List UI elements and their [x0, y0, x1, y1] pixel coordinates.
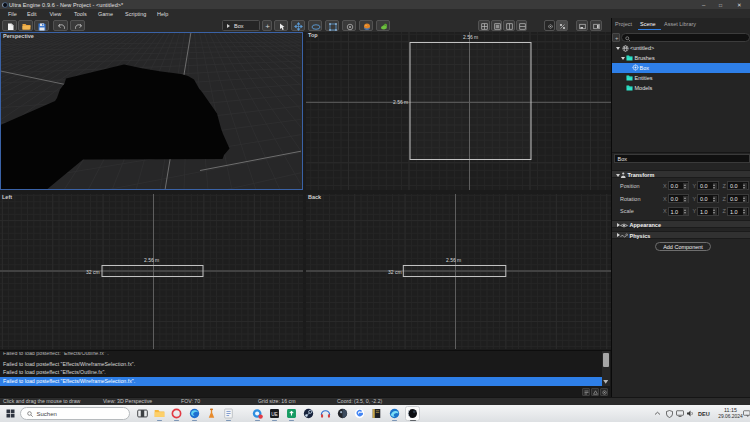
svg-text:UE: UE [271, 412, 278, 417]
